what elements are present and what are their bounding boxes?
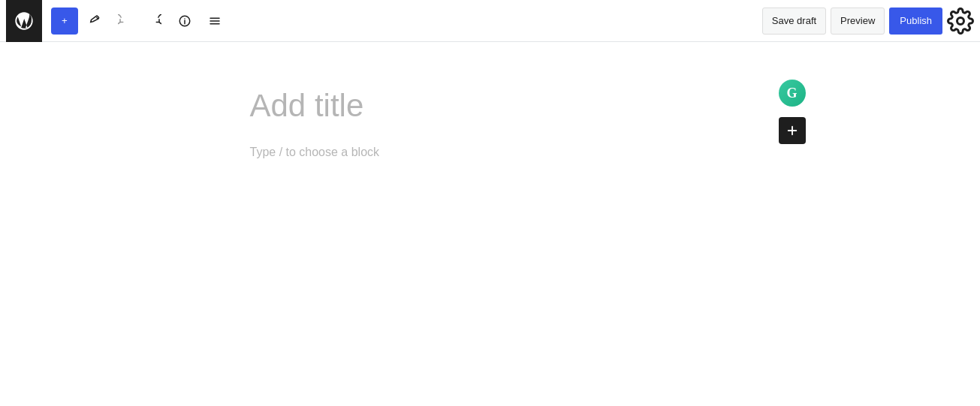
publish-button[interactable]: Publish [889,8,942,35]
block-placeholder[interactable]: Type / to choose a block [250,143,731,162]
add-block-button[interactable]: + [51,8,78,35]
plus-icon [786,124,799,137]
info-icon [178,14,191,28]
redo-button[interactable] [141,8,168,35]
title-area[interactable]: Add title [250,87,731,125]
editor-content: Add title Type / to choose a block G [250,87,731,162]
svg-point-6 [957,17,964,24]
wordpress-icon [14,11,35,32]
preview-button[interactable]: Preview [831,8,885,35]
title-placeholder[interactable]: Add title [250,87,731,125]
grammarly-badge[interactable]: G [779,80,806,107]
settings-button[interactable] [947,8,974,35]
save-draft-button[interactable]: Save draft [762,8,826,35]
tools-button[interactable] [81,8,108,35]
toolbar-right: Save draft Preview Publish [762,8,974,35]
toolbar-left: + [6,0,762,42]
grammarly-letter: G [786,86,797,101]
list-view-button[interactable] [201,8,228,35]
editor-area: Add title Type / to choose a block G [0,42,980,406]
settings-icon [947,8,974,35]
undo-button[interactable] [111,8,138,35]
add-block-dark-button[interactable] [779,117,806,144]
svg-point-2 [185,18,185,19]
wp-logo[interactable] [6,0,42,42]
undo-icon [118,14,131,28]
info-button[interactable] [171,8,198,35]
redo-icon [148,14,161,28]
toolbar: + [0,0,980,42]
pencil-icon [88,14,101,28]
list-view-icon [208,14,222,28]
